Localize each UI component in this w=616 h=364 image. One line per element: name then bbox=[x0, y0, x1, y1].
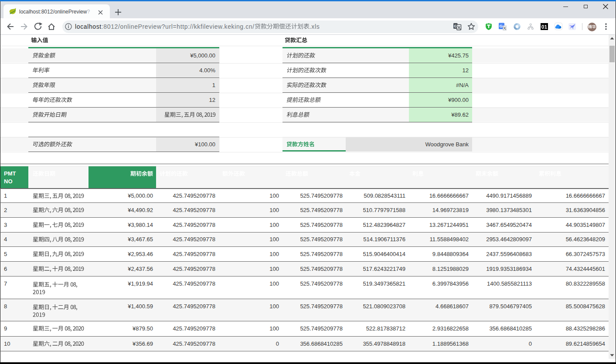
svg-text:G: G bbox=[500, 24, 503, 28]
